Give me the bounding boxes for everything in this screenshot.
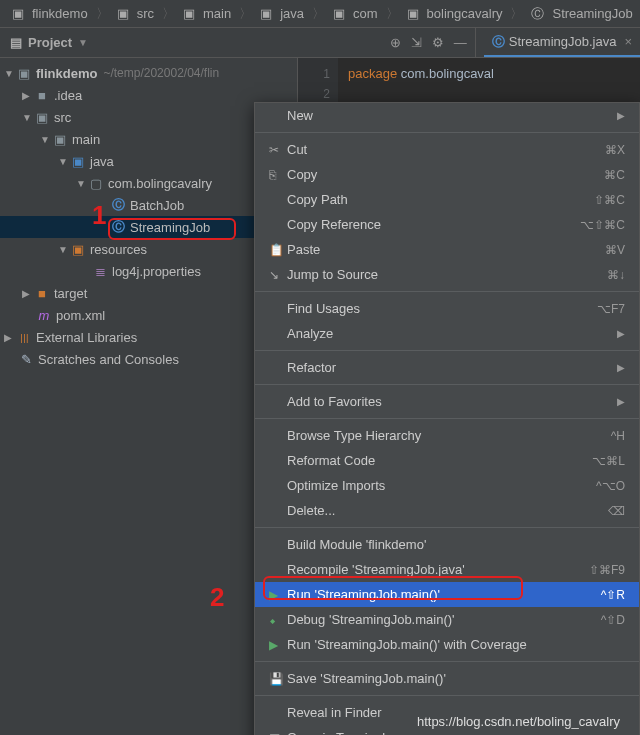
menu-separator [255,527,639,528]
tab-streamingjob[interactable]: Ⓒ StreamingJob.java × [484,28,640,57]
menu-separator [255,384,639,385]
menu-item[interactable]: ✂Cut⌘X [255,137,639,162]
annotation-1: 1 [92,200,106,231]
tab-label: StreamingJob.java [509,34,617,49]
chevron-right-icon: ▶ [617,110,625,121]
tree-extlib[interactable]: ▶⫼External Libraries [0,326,297,348]
project-icon: ▤ [10,35,22,50]
gear-icon[interactable]: ⚙ [432,35,444,50]
chevron-right-icon: ▶ [617,362,625,373]
menu-item[interactable]: 💾Save 'StreamingJob.main()' [255,666,639,691]
menu-item[interactable]: Add to Favorites▶ [255,389,639,414]
tree-java[interactable]: ▼▣java [0,150,297,172]
menu-item[interactable]: ▶Run 'StreamingJob.main()' with Coverage [255,632,639,657]
menu-item[interactable]: Copy Path⇧⌘C [255,187,639,212]
expand-icon[interactable]: ⇲ [411,35,422,50]
tree-src[interactable]: ▼▣src [0,106,297,128]
menu-item[interactable]: Find Usages⌥F7 [255,296,639,321]
close-icon[interactable]: × [624,34,632,49]
menu-item[interactable]: Reformat Code⌥⌘L [255,448,639,473]
chevron-right-icon: 〉 [158,5,179,23]
tool-icons: ⊕ ⇲ ⚙ — [382,28,476,57]
menu-item[interactable]: Analyze▶ [255,321,639,346]
annotation-2: 2 [210,582,224,613]
class-icon: Ⓒ [492,33,505,51]
menu-item[interactable]: New▶ [255,103,639,128]
hide-icon[interactable]: — [454,35,467,50]
chevron-right-icon: 〉 [308,5,329,23]
tree-batchjob[interactable]: ⒸBatchJob [0,194,297,216]
breadcrumb-item[interactable]: java [276,6,308,21]
tree-resources[interactable]: ▼▣resources [0,238,297,260]
menu-item[interactable]: Refactor▶ [255,355,639,380]
chevron-down-icon: ▼ [78,37,88,48]
tree-main[interactable]: ▼▣main [0,128,297,150]
menu-separator [255,291,639,292]
editor-tabs: Ⓒ StreamingJob.java × [476,28,640,57]
watermark: https://blog.csdn.net/boling_cavalry [417,714,620,729]
project-tool-label[interactable]: ▤ Project ▼ [0,28,98,57]
breadcrumb-item[interactable]: src [133,6,158,21]
tree-root[interactable]: ▼▣flinkdemo~/temp/202002/04/flin [0,62,297,84]
chevron-right-icon: 〉 [506,5,527,23]
tree-log4j[interactable]: ≣log4j.properties [0,260,297,282]
menu-item[interactable]: Optimize Imports^⌥O [255,473,639,498]
project-label-text: Project [28,35,72,50]
tree-pom[interactable]: mpom.xml [0,304,297,326]
breadcrumb-item[interactable]: main [199,6,235,21]
menu-separator [255,418,639,419]
tree-idea[interactable]: ▶■.idea [0,84,297,106]
annotation-box-1 [108,218,236,240]
menu-item[interactable]: ⎘Copy⌘C [255,162,639,187]
chevron-right-icon: ▶ [617,396,625,407]
tree-scratch[interactable]: ✎Scratches and Consoles [0,348,297,370]
context-menu: New▶✂Cut⌘X⎘Copy⌘CCopy Path⇧⌘CCopy Refere… [254,102,640,735]
menu-separator [255,695,639,696]
chevron-right-icon: ▶ [617,328,625,339]
breadcrumb: ▣flinkdemo〉▣src〉▣main〉▣java〉▣com〉▣boling… [0,0,640,28]
menu-item[interactable]: ⬥Debug 'StreamingJob.main()'^⇧D [255,607,639,632]
breadcrumb-item[interactable]: bolingcavalry [423,6,507,21]
breadcrumb-item[interactable]: flinkdemo [28,6,92,21]
menu-item[interactable]: Build Module 'flinkdemo' [255,532,639,557]
chevron-right-icon: 〉 [235,5,256,23]
menu-item[interactable]: Delete...⌫ [255,498,639,523]
menu-separator [255,350,639,351]
target-icon[interactable]: ⊕ [390,35,401,50]
menu-item[interactable]: Copy Reference⌥⇧⌘C [255,212,639,237]
menu-item[interactable]: 📋Paste⌘V [255,237,639,262]
menu-item[interactable]: ↘Jump to Source⌘↓ [255,262,639,287]
breadcrumb-item[interactable]: StreamingJob [548,6,636,21]
annotation-box-2 [263,576,523,600]
chevron-right-icon: 〉 [382,5,403,23]
toolbar-row: ▤ Project ▼ ⊕ ⇲ ⚙ — Ⓒ StreamingJob.java … [0,28,640,58]
menu-item[interactable]: Browse Type Hierarchy^H [255,423,639,448]
breadcrumb-item[interactable]: com [349,6,382,21]
chevron-right-icon: 〉 [92,5,113,23]
menu-separator [255,661,639,662]
tree-target[interactable]: ▶■target [0,282,297,304]
tree-package[interactable]: ▼▢com.bolingcavalry [0,172,297,194]
menu-separator [255,132,639,133]
